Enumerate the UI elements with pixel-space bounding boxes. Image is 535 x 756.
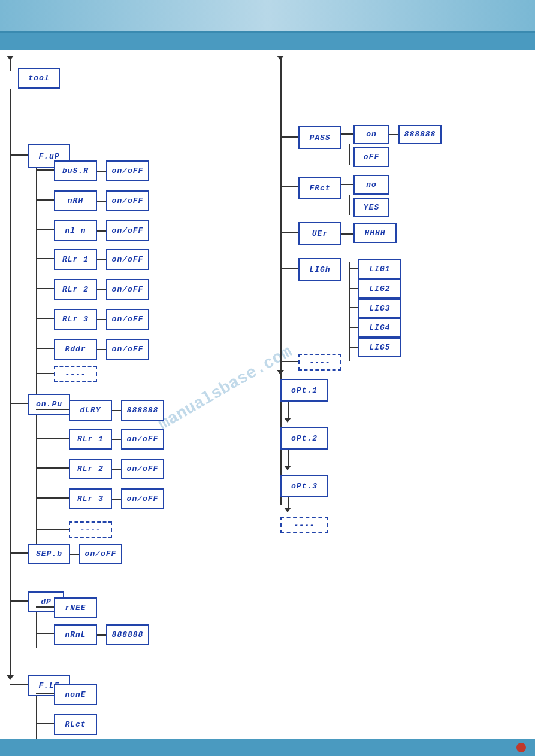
uer-box: UEr bbox=[298, 222, 341, 245]
stepb-arrow-h bbox=[70, 554, 79, 555]
onoff-stepb-box: on/oFF bbox=[79, 544, 122, 564]
watermark: manualsbase.com bbox=[155, 342, 295, 434]
dlay-box: dLRY bbox=[69, 400, 112, 421]
pass-h-line bbox=[280, 136, 298, 138]
alr2o-box: RLr 2 bbox=[69, 459, 112, 479]
dash-right-bottom-box: ---- bbox=[280, 517, 328, 533]
onoff-busr-box: on/oFF bbox=[106, 160, 149, 181]
min-box: nl n bbox=[54, 220, 97, 241]
lig1-h-line bbox=[349, 268, 358, 269]
ligh-box: LIGh bbox=[298, 258, 341, 281]
alr2f-arrow-h bbox=[97, 289, 106, 290]
onoff-addr-box: on/oFF bbox=[106, 339, 149, 360]
hhhh-box: HHHH bbox=[353, 223, 397, 243]
status-dot bbox=[516, 743, 526, 752]
bbbbbb-dlay-box: 888888 bbox=[121, 400, 164, 421]
diagram: manualsbase.com tool F.uP buS.R on/oFF n… bbox=[0, 50, 535, 739]
fup-v-line bbox=[36, 168, 37, 420]
onoff-alr3f-box: on/oFF bbox=[106, 309, 149, 330]
uer-arrow-h bbox=[341, 233, 353, 235]
none-h-line bbox=[36, 693, 54, 694]
alr2o-arrow-h bbox=[112, 469, 121, 470]
off-box: oFF bbox=[353, 147, 389, 167]
dash-ligh-h bbox=[280, 361, 298, 362]
addr-box: Rddr bbox=[54, 339, 97, 360]
min-h-line bbox=[36, 229, 54, 230]
bbbbbb-manl-box: 888888 bbox=[106, 624, 149, 645]
dlay-h-line bbox=[36, 409, 69, 410]
alct-h-line bbox=[36, 723, 54, 724]
main-vertical-line bbox=[10, 89, 11, 675]
dash-onpu-h bbox=[36, 529, 69, 530]
onpu-h-line bbox=[10, 403, 28, 404]
lig3-box: LIG3 bbox=[358, 299, 401, 318]
lig4-box: LIG4 bbox=[358, 318, 401, 338]
right-mid-arrow bbox=[277, 370, 284, 375]
header-bar bbox=[0, 33, 535, 50]
pass-v-line bbox=[349, 144, 350, 165]
opt3-box: oPt.3 bbox=[280, 475, 328, 497]
busr-h-line bbox=[36, 169, 54, 171]
alr3f-h-line bbox=[36, 318, 54, 319]
alr3f-arrow-h bbox=[97, 319, 106, 320]
alr2o-h-line bbox=[36, 467, 69, 469]
busr-arrow-h bbox=[97, 171, 106, 172]
bbbbbb-on-box: 888888 bbox=[398, 125, 442, 144]
fle-h-line bbox=[10, 684, 28, 685]
alr3f-box: RLr 3 bbox=[54, 309, 97, 330]
onoff-min-box: on/oFF bbox=[106, 220, 149, 241]
alr1f-h-line bbox=[36, 258, 54, 259]
fact-box: FRct bbox=[298, 177, 341, 199]
alr1f-arrow-h bbox=[97, 259, 106, 260]
lig2-box: LIG2 bbox=[358, 279, 401, 299]
uer-h-line bbox=[280, 232, 298, 233]
opt1-box: oPt.1 bbox=[280, 379, 328, 402]
alct-box: RLct bbox=[54, 714, 97, 735]
opt2-v-line bbox=[288, 450, 289, 467]
dp-h-line bbox=[10, 600, 28, 602]
nah-h-line bbox=[36, 199, 54, 201]
onpu-v-line bbox=[36, 415, 37, 552]
dp-v-line bbox=[36, 612, 37, 648]
arrow-head bbox=[7, 56, 14, 60]
addr-arrow-h bbox=[97, 349, 106, 350]
busr-box: buS.R bbox=[54, 160, 97, 181]
yes-box: YES bbox=[353, 198, 389, 217]
alr1f-box: RLr 1 bbox=[54, 249, 97, 270]
opt2-box: oPt.2 bbox=[280, 427, 328, 450]
nah-box: nRH bbox=[54, 190, 97, 211]
opt1-arrow bbox=[284, 418, 291, 423]
stepb-box: SEP.b bbox=[28, 544, 70, 564]
rnee-h-line bbox=[36, 606, 54, 608]
alr3o-box: RLr 3 bbox=[69, 488, 112, 509]
lig4-h-line bbox=[349, 327, 358, 328]
alr2f-box: RLr 2 bbox=[54, 279, 97, 300]
lig5-h-line bbox=[349, 347, 358, 348]
on-box: on bbox=[353, 125, 389, 144]
lig2-h-line bbox=[349, 288, 358, 289]
rnee-box: rNEE bbox=[54, 597, 97, 618]
opt1-v-line bbox=[288, 402, 289, 420]
no-h-line bbox=[341, 184, 353, 185]
fle-v-line bbox=[36, 696, 37, 744]
lig3-h-line bbox=[349, 307, 358, 308]
ligh-h-line bbox=[280, 268, 298, 269]
lig5-box: LIG5 bbox=[358, 338, 401, 357]
alr1o-arrow-h bbox=[112, 439, 121, 440]
onoff-nah-box: on/oFF bbox=[106, 190, 149, 211]
dash-ligh-box: ---- bbox=[298, 354, 341, 371]
onoff-alr2o-box: on/oFF bbox=[121, 459, 164, 479]
addr-h-line bbox=[36, 348, 54, 349]
alr3o-h-line bbox=[36, 497, 69, 499]
none-box: nonE bbox=[54, 684, 97, 705]
on-h-line bbox=[341, 133, 353, 135]
onoff-alr2f-box: on/oFF bbox=[106, 279, 149, 300]
onoff-alr1f-box: on/oFF bbox=[106, 249, 149, 270]
fact-h-line bbox=[280, 186, 298, 187]
top-banner bbox=[0, 0, 535, 33]
dash-onpu-box: ---- bbox=[69, 521, 112, 538]
bottom-arrow bbox=[7, 675, 14, 680]
tool-box: tool bbox=[18, 68, 60, 89]
alr3o-arrow-h bbox=[112, 499, 121, 500]
onpu-box: on.Pu bbox=[28, 394, 70, 415]
